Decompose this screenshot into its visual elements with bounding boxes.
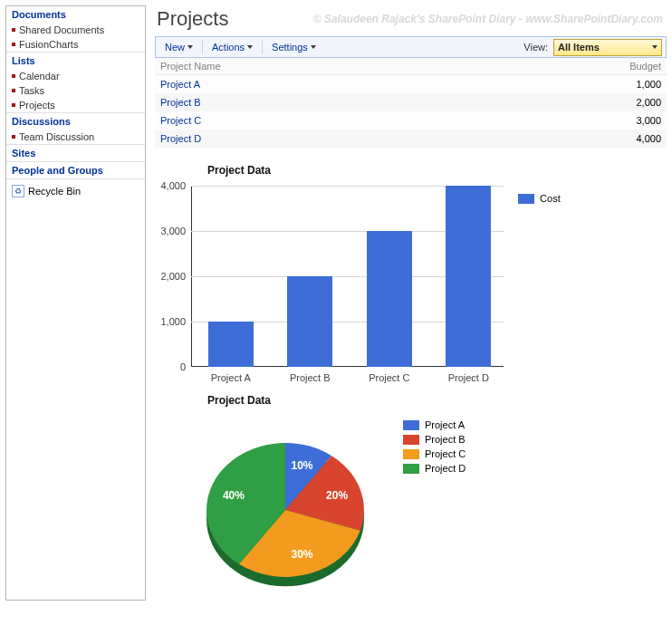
legend-item: Project C xyxy=(403,448,466,459)
col-project-name[interactable]: Project Name xyxy=(155,58,475,75)
bar-chart-plot: 01,0002,0003,0004,000Project AProject BP… xyxy=(191,186,504,367)
x-tick-label: Project B xyxy=(290,367,331,383)
new-button-label: New xyxy=(165,42,185,53)
recycle-bin-label: Recycle Bin xyxy=(28,186,81,197)
chevron-down-icon xyxy=(187,45,193,49)
y-tick-label: 3,000 xyxy=(160,226,191,236)
pie-chart: Project Data 10%20%30%40% Project AProje… xyxy=(155,394,590,601)
toolbar-separator xyxy=(202,40,203,54)
project-link[interactable]: Project B xyxy=(160,97,201,108)
toolbar-separator xyxy=(262,40,263,54)
sidebar-heading-discussions[interactable]: Discussions xyxy=(6,112,145,130)
col-budget[interactable]: Budget xyxy=(475,58,667,75)
settings-button[interactable]: Settings xyxy=(266,40,322,54)
bar xyxy=(367,231,412,367)
project-link[interactable]: Project C xyxy=(160,115,201,126)
pie-slice-label: 30% xyxy=(292,548,313,561)
chevron-down-icon xyxy=(247,45,253,49)
sidebar-item-team-discussion[interactable]: Team Discussion xyxy=(6,130,145,144)
x-tick-label: Project A xyxy=(211,367,251,383)
quick-launch-sidebar: Documents Shared Documents FusionCharts … xyxy=(5,5,146,601)
legend-label: Project A xyxy=(425,419,465,430)
pie-slice-label: 20% xyxy=(326,489,348,502)
legend-swatch xyxy=(403,464,419,474)
sidebar-heading-people-groups[interactable]: People and Groups xyxy=(6,161,145,178)
y-tick-label: 2,000 xyxy=(160,271,191,282)
view-selector-value: All Items xyxy=(558,42,600,53)
watermark-text: © Salaudeen Rajack's SharePoint Diary - … xyxy=(313,13,663,25)
recycle-bin-link[interactable]: ♻ Recycle Bin xyxy=(6,178,145,203)
sidebar-item-calendar[interactable]: Calendar xyxy=(6,69,145,83)
sidebar-item-projects[interactable]: Projects xyxy=(6,98,145,112)
bar xyxy=(208,322,254,367)
page-title: Projects © Salaudeen Rajack's SharePoint… xyxy=(155,5,667,36)
view-selector[interactable]: All Items xyxy=(553,39,662,56)
chevron-down-icon xyxy=(311,45,316,49)
bar xyxy=(446,186,491,367)
legend-swatch xyxy=(403,435,419,445)
view-label: View: xyxy=(523,42,548,53)
sidebar-heading-lists[interactable]: Lists xyxy=(6,52,145,69)
legend-label: Cost xyxy=(540,193,561,204)
sidebar-item-tasks[interactable]: Tasks xyxy=(6,83,145,98)
legend-label: Project D xyxy=(425,463,466,474)
sidebar-heading-documents[interactable]: Documents xyxy=(6,6,145,23)
bar-chart-title: Project Data xyxy=(155,164,590,177)
legend-item: Project D xyxy=(403,463,466,474)
budget-cell: 3,000 xyxy=(475,111,667,130)
new-button[interactable]: New xyxy=(159,40,198,54)
legend-swatch xyxy=(518,194,534,204)
project-link[interactable]: Project A xyxy=(160,79,200,90)
y-tick-label: 0 xyxy=(180,361,191,372)
budget-cell: 1,000 xyxy=(475,75,667,94)
legend-swatch xyxy=(403,420,419,430)
legend-item: Project B xyxy=(403,434,466,445)
sidebar-item-fusioncharts[interactable]: FusionCharts xyxy=(6,37,145,52)
pie-chart-title: Project Data xyxy=(155,394,590,407)
pie-slice-label: 40% xyxy=(223,489,245,502)
page-title-text: Projects xyxy=(157,7,228,30)
legend-label: Project B xyxy=(425,434,466,445)
budget-cell: 4,000 xyxy=(475,130,667,148)
table-row: Project C3,000 xyxy=(155,111,667,130)
settings-button-label: Settings xyxy=(272,42,308,53)
list-toolbar: New Actions Settings View: All Items xyxy=(155,36,667,58)
bar-chart: Project Data 01,0002,0003,0004,000Projec… xyxy=(155,164,590,367)
table-row: Project D4,000 xyxy=(155,130,667,148)
x-tick-label: Project C xyxy=(369,367,409,383)
actions-button-label: Actions xyxy=(212,42,245,53)
table-row: Project A1,000 xyxy=(155,75,667,94)
pie-chart-plot: 10%20%30%40% xyxy=(195,419,376,601)
projects-table: Project Name Budget Project A1,000Projec… xyxy=(155,58,667,148)
project-link[interactable]: Project D xyxy=(160,133,201,144)
bar xyxy=(287,276,332,367)
x-tick-label: Project D xyxy=(448,367,489,383)
sidebar-item-shared-documents[interactable]: Shared Documents xyxy=(6,23,145,37)
table-row: Project B2,000 xyxy=(155,93,667,111)
sidebar-heading-sites[interactable]: Sites xyxy=(6,144,145,161)
legend-item: Project A xyxy=(403,419,466,430)
budget-cell: 2,000 xyxy=(475,93,667,111)
bar-chart-legend: Cost xyxy=(518,193,590,367)
y-tick-label: 1,000 xyxy=(160,316,191,327)
pie-slice-label: 10% xyxy=(292,459,313,472)
legend-label: Project C xyxy=(425,448,466,459)
legend-swatch xyxy=(403,449,419,459)
recycle-bin-icon: ♻ xyxy=(12,185,24,197)
actions-button[interactable]: Actions xyxy=(206,40,258,54)
chevron-down-icon xyxy=(652,45,658,49)
pie-chart-legend: Project AProject BProject CProject D xyxy=(403,419,466,601)
y-tick-label: 4,000 xyxy=(160,180,191,191)
legend-item: Cost xyxy=(518,193,590,204)
